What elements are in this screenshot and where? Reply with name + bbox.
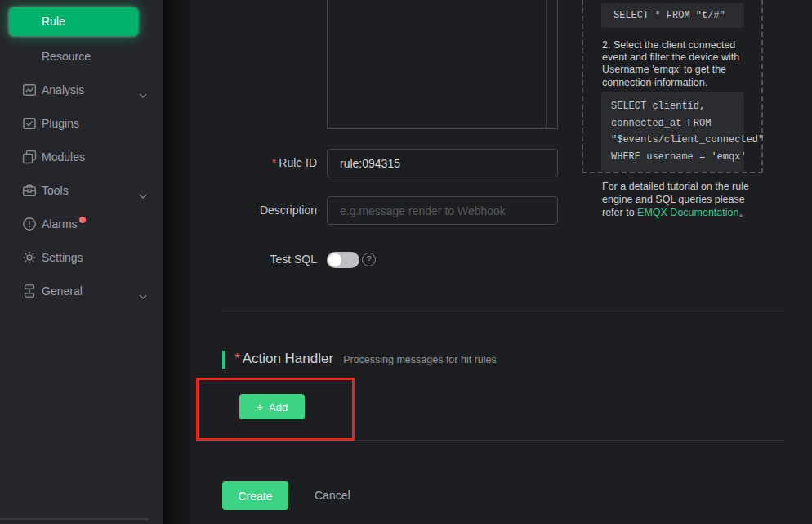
chevron-down-icon — [139, 87, 147, 101]
help-question-icon[interactable]: ? — [362, 253, 376, 266]
sidebar: Rule Resource Analysis — [0, 0, 163, 524]
tutorial-note: For a detailed tutorial on the rule engi… — [602, 181, 752, 219]
description-label: Description — [204, 196, 317, 225]
sidebar-rail — [163, 0, 190, 524]
sql-example-2-line: connected_at FROM — [611, 115, 734, 132]
alarm-badge — [79, 217, 86, 223]
general-icon — [22, 284, 37, 298]
sidebar-scrollbar[interactable] — [0, 518, 149, 520]
rule-id-label: *Rule ID — [204, 149, 317, 177]
required-asterisk: * — [234, 351, 240, 366]
sql-example-2: SELECT clientid, connected_at FROM "$eve… — [601, 92, 744, 172]
emqx-documentation-link[interactable]: EMQX Documentation — [637, 207, 738, 218]
required-asterisk: * — [272, 156, 276, 169]
tutorial-suffix: 。 — [738, 207, 749, 218]
action-handler-header: *Action Handler Processing messages for … — [222, 351, 497, 369]
action-handler-title: *Action Handler — [234, 351, 333, 367]
description-input[interactable] — [327, 196, 558, 225]
gear-icon — [22, 250, 37, 265]
sql-example-2-line: "$events/client_connected" — [611, 132, 734, 149]
plugin-icon — [22, 116, 37, 131]
sidebar-item-alarms[interactable]: Alarms — [0, 207, 163, 240]
chevron-down-icon — [139, 188, 147, 201]
sidebar-item-resource[interactable]: Resource — [0, 39, 163, 73]
sql-editor-gutter — [546, 0, 547, 128]
sidebar-item-label: Alarms — [0, 217, 78, 231]
sidebar-item-modules[interactable]: Modules — [0, 140, 163, 173]
sql-example-2-line: WHERE username = 'emqx' — [611, 149, 734, 166]
action-handler-subtitle: Processing messages for hit rules — [343, 354, 497, 365]
toolbox-icon — [22, 183, 37, 198]
test-sql-label: Test SQL — [204, 245, 317, 274]
help-step-2-text: 2. Select the client connected event and… — [602, 39, 752, 89]
sidebar-item-label: Modules — [0, 150, 85, 163]
sidebar-item-tools[interactable]: Tools — [0, 173, 163, 207]
rule-id-input[interactable] — [327, 149, 558, 177]
section-accent-bar — [222, 351, 225, 369]
cancel-button[interactable]: Cancel — [315, 481, 350, 510]
modules-icon — [22, 150, 37, 164]
sidebar-item-label: Settings — [0, 251, 83, 264]
emqx-rule-create-page: Rule Resource Analysis — [0, 0, 812, 524]
sidebar-item-label: General — [0, 284, 83, 298]
create-button[interactable]: Create — [222, 481, 288, 510]
test-sql-toggle[interactable] — [327, 252, 359, 268]
sidebar-item-general[interactable]: General — [0, 274, 163, 307]
sidebar-item-label: Resource — [0, 50, 91, 63]
sidebar-item-label: Analysis — [0, 83, 84, 96]
sidebar-item-rule[interactable]: Rule — [9, 7, 138, 36]
sidebar-item-label: Rule — [42, 15, 65, 28]
sidebar-item-label: Plugins — [0, 117, 79, 130]
toggle-knob — [328, 253, 341, 266]
sidebar-item-analysis[interactable]: Analysis — [0, 73, 163, 106]
alarm-icon — [22, 217, 37, 231]
chart-icon — [22, 83, 37, 97]
plus-icon: + — [257, 401, 263, 414]
sidebar-item-settings[interactable]: Settings — [0, 240, 163, 274]
add-action-button[interactable]: +Add — [239, 394, 305, 419]
sql-editor[interactable] — [327, 0, 558, 129]
sidebar-item-plugins[interactable]: Plugins — [0, 106, 163, 140]
chevron-down-icon — [139, 289, 147, 302]
section-divider-bottom — [222, 440, 784, 441]
sql-example-2-line: SELECT clientid, — [611, 98, 734, 115]
section-divider-top — [222, 311, 784, 311]
sql-example-1: SELECT * FROM "t/#" — [601, 3, 744, 28]
